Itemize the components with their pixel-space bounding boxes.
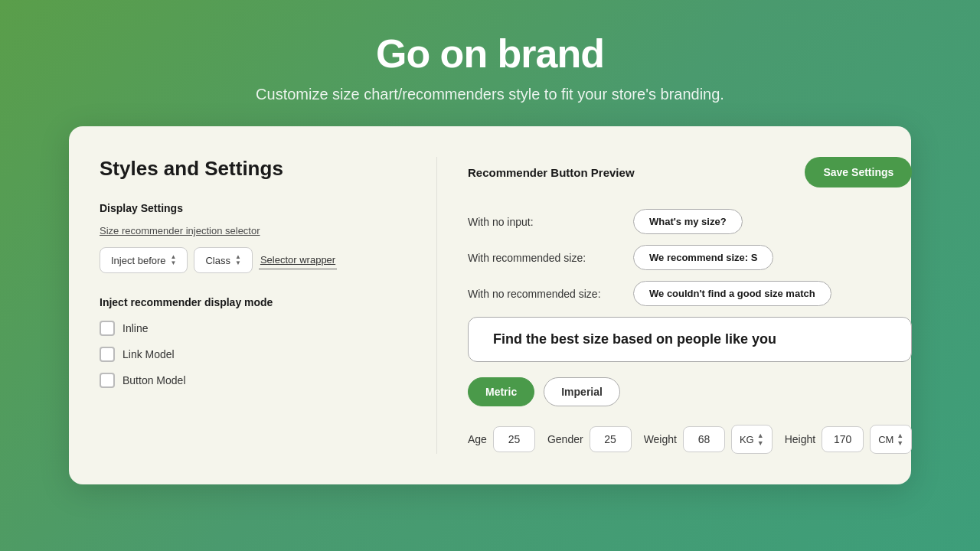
gender-group: Gender 25 [547, 426, 632, 452]
class-arrows-icon: ▲▼ [235, 254, 241, 266]
right-panel: Recommender Button Preview Save Settings… [436, 157, 912, 454]
weight-input[interactable]: 68 [683, 426, 725, 452]
btn-recommend-size[interactable]: We recommend size: S [633, 245, 773, 270]
display-settings-label: Display Settings [100, 202, 406, 214]
height-input[interactable]: 170 [822, 426, 864, 452]
checkbox-inline: Inline [100, 321, 406, 336]
inject-mode-label: Inject recommender display mode [100, 296, 406, 308]
checkbox-inline-label: Inline [122, 322, 148, 334]
metric-toggle-row: Metric Imperial [468, 377, 912, 406]
btn-no-size-match[interactable]: We couldn't find a good size match [633, 281, 831, 306]
weight-label: Weight [644, 433, 677, 445]
checkbox-link-model-label: Link Model [122, 348, 175, 360]
inject-before-label: Inject before [111, 255, 166, 266]
checkbox-button-model: Button Model [100, 373, 406, 388]
row-label-recommended: With recommended size: [468, 252, 621, 264]
preview-row-no-recommended: With no recommended size: We couldn't fi… [468, 281, 912, 306]
height-unit-label: CM [878, 434, 893, 445]
gender-label: Gender [547, 433, 583, 445]
class-label: Class [205, 255, 230, 266]
height-unit-select[interactable]: CM ▲▼ [870, 425, 912, 454]
main-card: Styles and Settings Display Settings Siz… [69, 126, 911, 484]
find-best-size-button[interactable]: Find the best size based on people like … [468, 317, 912, 362]
right-top-bar: Recommender Button Preview Save Settings [468, 157, 912, 187]
checkbox-inline-input[interactable] [100, 321, 115, 336]
measurements-row: Age 25 Gender 25 Weight 68 KG ▲▼ [468, 425, 912, 454]
selector-wrapper[interactable]: Selector wrapper [259, 251, 337, 269]
weight-group: Weight 68 KG ▲▼ [644, 425, 773, 454]
page-header: Go on brand Customize size chart/recomme… [256, 31, 724, 103]
checkbox-button-model-input[interactable] [100, 373, 115, 388]
panel-title: Styles and Settings [100, 157, 406, 181]
metric-button[interactable]: Metric [468, 377, 534, 406]
page-title: Go on brand [256, 31, 724, 77]
weight-unit-arrows-icon: ▲▼ [757, 432, 764, 447]
selector-wrapper-label: Selector wrapper [260, 254, 335, 266]
row-label-no-recommended: With no recommended size: [468, 288, 621, 300]
preview-title: Recommender Button Preview [468, 166, 635, 179]
page-subtitle: Customize size chart/recommenders style … [256, 86, 724, 103]
height-unit-arrows-icon: ▲▼ [897, 432, 903, 447]
btn-whats-my-size[interactable]: What's my size? [633, 209, 743, 234]
selector-row: Inject before ▲▼ Class ▲▼ Selector wrapp… [100, 247, 406, 273]
inject-arrows-icon: ▲▼ [171, 254, 177, 266]
age-group: Age 25 [468, 426, 535, 452]
row-label-no-input: With no input: [468, 216, 621, 228]
weight-unit-select[interactable]: KG ▲▼ [731, 425, 773, 454]
preview-row-no-input: With no input: What's my size? [468, 209, 912, 234]
weight-unit-label: KG [740, 434, 754, 445]
checkbox-link-model-input[interactable] [100, 347, 115, 362]
height-group: Height 170 CM ▲▼ [785, 425, 913, 454]
checkbox-link-model: Link Model [100, 347, 406, 362]
checkbox-button-model-label: Button Model [122, 374, 186, 386]
class-selector[interactable]: Class ▲▼ [194, 247, 252, 273]
save-settings-button[interactable]: Save Settings [805, 157, 912, 187]
inject-before-selector[interactable]: Inject before ▲▼ [100, 247, 188, 273]
injection-selector-link[interactable]: Size recommender injection selector [100, 225, 406, 236]
age-label: Age [468, 433, 487, 445]
gender-input[interactable]: 25 [590, 426, 632, 452]
imperial-button[interactable]: Imperial [544, 377, 620, 406]
age-input[interactable]: 25 [493, 426, 535, 452]
height-label: Height [785, 433, 815, 445]
preview-row-recommended: With recommended size: We recommend size… [468, 245, 912, 270]
left-panel: Styles and Settings Display Settings Siz… [100, 157, 406, 454]
